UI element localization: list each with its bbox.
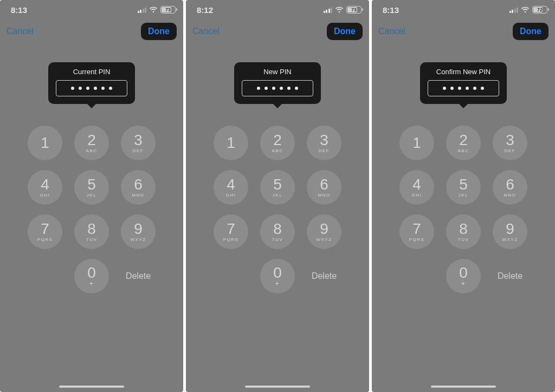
key-digit: 3	[134, 133, 143, 148]
pin-field[interactable]	[56, 80, 127, 96]
home-indicator[interactable]	[431, 386, 496, 388]
keypad-key-7[interactable]: 7PQRS	[399, 214, 434, 249]
pin-dot	[79, 87, 82, 90]
home-indicator[interactable]	[59, 386, 124, 388]
keypad-key-1[interactable]: 1	[28, 126, 62, 160]
done-button[interactable]: Done	[141, 23, 177, 40]
done-button[interactable]: Done	[513, 23, 548, 40]
pin-field[interactable]	[428, 80, 499, 96]
key-letters: ABC	[86, 149, 98, 153]
numeric-keypad: 12ABC3DEF4GHI5JKL6MNO7PQRS8TUV9WXYZ0+Del…	[399, 126, 527, 293]
key-letters: PQRS	[37, 238, 53, 242]
keypad-key-9[interactable]: 9WXYZ	[493, 214, 527, 249]
pin-dot	[443, 87, 446, 90]
keypad-key-2[interactable]: 2ABC	[260, 126, 295, 160]
key-digit: 1	[412, 135, 421, 151]
pin-entry-tooltip: New PIN	[234, 62, 321, 104]
key-letters: MNO	[318, 193, 330, 198]
key-letters: ABC	[458, 149, 469, 153]
keypad-key-1[interactable]: 1	[399, 126, 434, 160]
key-digit: 7	[412, 221, 421, 237]
pin-dot	[287, 87, 291, 90]
battery-icon: 72	[532, 6, 547, 14]
keypad-key-9[interactable]: 9WXYZ	[121, 214, 156, 249]
key-letters: MNO	[132, 193, 144, 198]
home-indicator[interactable]	[245, 386, 310, 388]
keypad-key-8[interactable]: 8TUV	[74, 214, 109, 249]
keypad-key-2[interactable]: 2ABC	[74, 126, 109, 160]
keypad-key-3[interactable]: 3DEF	[121, 126, 156, 160]
wifi-icon	[521, 6, 530, 13]
status-indicators: 73	[138, 6, 176, 14]
keypad-key-5[interactable]: 5JKL	[260, 170, 295, 205]
cellular-signal-icon	[324, 7, 333, 13]
key-digit: 0	[273, 265, 282, 280]
key-letters: DEF	[133, 149, 144, 153]
key-digit: 2	[87, 133, 96, 148]
keypad-key-3[interactable]: 3DEF	[493, 126, 527, 160]
keypad-key-6[interactable]: 6MNO	[493, 170, 527, 205]
battery-percentage: 73	[165, 7, 171, 12]
delete-button[interactable]: Delete	[498, 271, 522, 281]
keypad-key-4[interactable]: 4GHI	[28, 170, 62, 205]
keypad-key-5[interactable]: 5JKL	[74, 170, 109, 205]
key-digit: 1	[41, 135, 49, 151]
key-digit: 8	[87, 221, 96, 237]
keypad-key-5[interactable]: 5JKL	[446, 170, 481, 205]
delete-button[interactable]: Delete	[312, 271, 337, 281]
keypad-key-4[interactable]: 4GHI	[214, 170, 248, 205]
delete-button[interactable]: Delete	[126, 271, 151, 281]
keypad-key-1[interactable]: 1	[214, 126, 248, 160]
pin-dot	[473, 87, 476, 90]
status-bar: 8:13 72	[372, 0, 555, 19]
keypad-key-0[interactable]: 0+	[446, 259, 481, 293]
keypad-key-7[interactable]: 7PQRS	[28, 214, 62, 249]
pin-entry-tooltip: Confirm New PIN	[420, 62, 507, 104]
keypad-key-6[interactable]: 6MNO	[121, 170, 156, 205]
phone-screen: 8:13 72 Cancel Done Confirm New PIN 12AB…	[372, 0, 555, 392]
cancel-button[interactable]: Cancel	[7, 27, 34, 36]
pin-title: Current PIN	[56, 68, 127, 76]
key-letters: JKL	[87, 193, 96, 198]
pin-field[interactable]	[242, 80, 313, 96]
key-letters: +	[275, 280, 280, 287]
pin-dot	[280, 87, 283, 90]
status-time: 8:13	[11, 5, 27, 15]
pin-dot	[86, 87, 89, 90]
keypad-key-9[interactable]: 9WXYZ	[307, 214, 341, 249]
cellular-signal-icon	[509, 7, 519, 13]
keypad-key-3[interactable]: 3DEF	[307, 126, 341, 160]
key-digit: 6	[320, 177, 328, 192]
key-digit: 1	[227, 135, 235, 151]
key-letters: GHI	[226, 193, 236, 198]
keypad-key-8[interactable]: 8TUV	[260, 214, 295, 249]
phone-screen: 8:13 73 Cancel Done Current PIN 12ABC3DE…	[0, 0, 183, 392]
nav-bar: Cancel Done	[0, 19, 183, 43]
status-bar: 8:12 73	[186, 0, 369, 19]
key-letters: ABC	[272, 149, 283, 153]
pin-dot	[450, 87, 454, 90]
wifi-icon	[335, 6, 344, 13]
pin-dot	[264, 87, 268, 90]
keypad-key-8[interactable]: 8TUV	[446, 214, 481, 249]
key-letters: +	[461, 280, 466, 287]
keypad-key-4[interactable]: 4GHI	[399, 170, 434, 205]
key-digit: 3	[320, 133, 328, 148]
status-time: 8:12	[197, 5, 213, 15]
wifi-icon	[149, 6, 158, 13]
key-digit: 9	[134, 221, 143, 237]
done-button[interactable]: Done	[327, 23, 363, 40]
key-letters: PQRS	[223, 238, 239, 242]
pin-dot	[466, 87, 469, 90]
cancel-button[interactable]: Cancel	[192, 27, 220, 36]
keypad-key-6[interactable]: 6MNO	[307, 170, 341, 205]
keypad-key-0[interactable]: 0+	[74, 259, 109, 293]
key-digit: 7	[227, 221, 235, 237]
battery-icon: 73	[160, 6, 176, 14]
key-digit: 8	[459, 221, 468, 237]
keypad-key-7[interactable]: 7PQRS	[214, 214, 248, 249]
keypad-key-0[interactable]: 0+	[260, 259, 295, 293]
key-digit: 4	[41, 177, 49, 192]
keypad-key-2[interactable]: 2ABC	[446, 126, 481, 160]
cancel-button[interactable]: Cancel	[378, 27, 405, 36]
